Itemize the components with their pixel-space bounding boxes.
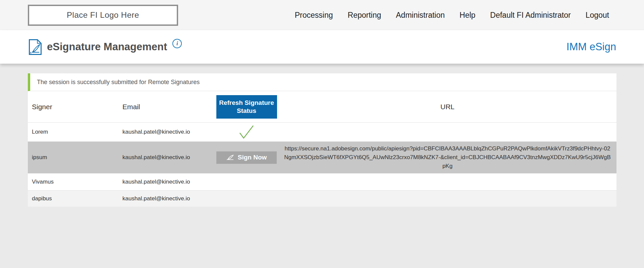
nav-item-help[interactable]: Help	[460, 11, 475, 20]
success-alert: The session is successfully submitted fo…	[28, 73, 616, 91]
top-navigation-bar: Place FI Logo Here Processing Reporting …	[0, 0, 644, 30]
signer-email: kaushal.patel@kinective.io	[118, 179, 215, 185]
nav-item-administration[interactable]: Administration	[396, 11, 445, 20]
signer-email: kaushal.patel@kinective.io	[118, 154, 215, 161]
page-header: x eSignature Management i IMM eSign	[0, 30, 644, 64]
nav-item-reporting[interactable]: Reporting	[348, 11, 381, 20]
esignature-session-card: The session is successfully submitted fo…	[28, 73, 616, 207]
column-header-email: Email	[118, 103, 215, 111]
table-row: Lorem kaushal.patel@kinective.io	[28, 122, 616, 141]
signer-email: kaushal.patel@kinective.io	[118, 129, 215, 135]
signed-check-icon	[239, 125, 254, 139]
signer-name: ipsum	[28, 154, 118, 161]
signing-url: https://secure.na1.adobesign.com/public/…	[278, 142, 616, 173]
info-icon-glyph: i	[176, 40, 178, 47]
signer-name: dapibus	[28, 195, 118, 202]
column-header-url: URL	[278, 103, 616, 111]
sign-now-button-label: Sign Now	[238, 154, 267, 161]
signers-table-header: Signer Email Refresh Signature Status UR…	[28, 91, 616, 122]
fi-logo-placeholder[interactable]: Place FI Logo Here	[28, 5, 178, 26]
product-brand: IMM eSign	[567, 41, 616, 53]
column-header-signer: Signer	[28, 103, 118, 111]
signer-name: Vivamus	[28, 179, 118, 185]
fi-logo-text: Place FI Logo Here	[67, 10, 139, 20]
page-title: eSignature Management	[47, 41, 167, 53]
nav-item-logout[interactable]: Logout	[586, 11, 609, 20]
signature-quill-icon	[226, 155, 235, 160]
esignature-document-icon: x	[29, 39, 42, 55]
info-icon[interactable]: i	[172, 39, 182, 48]
main-nav: Processing Reporting Administration Help…	[295, 11, 644, 20]
table-row: dapibus kaushal.patel@kinective.io	[28, 190, 616, 207]
signing-url	[278, 196, 616, 201]
sign-now-button[interactable]: Sign Now	[216, 151, 277, 164]
nav-item-processing[interactable]: Processing	[295, 11, 333, 20]
refresh-signature-status-button[interactable]: Refresh Signature Status	[216, 95, 277, 119]
svg-text:x: x	[30, 51, 32, 54]
success-alert-text: The session is successfully submitted fo…	[37, 79, 200, 85]
signer-email: kaushal.patel@kinective.io	[118, 195, 215, 202]
signing-url	[278, 179, 616, 185]
nav-item-user-menu[interactable]: Default FI Administrator	[490, 11, 571, 20]
table-row-selected: ipsum kaushal.patel@kinective.io Sign No…	[28, 141, 616, 173]
table-row: Vivamus kaushal.patel@kinective.io	[28, 173, 616, 190]
signer-name: Lorem	[28, 129, 118, 135]
signing-url	[278, 129, 616, 135]
